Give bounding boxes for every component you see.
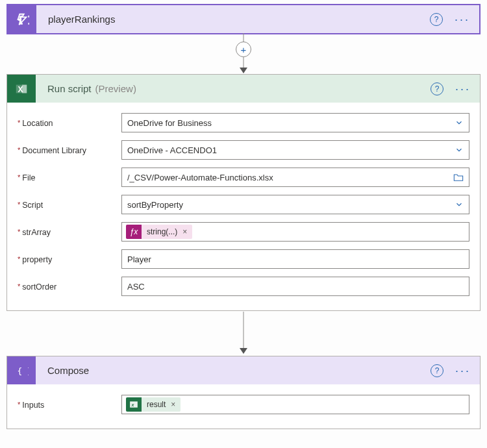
- card-body: *Location OneDrive for Business *Documen…: [7, 103, 480, 310]
- more-menu-icon[interactable]: ···: [455, 367, 471, 374]
- help-icon[interactable]: ?: [430, 13, 443, 26]
- flow-canvas: { } playerRankings ? ··· + X: [0, 0, 487, 448]
- fx-icon: ƒx: [126, 225, 142, 239]
- chevron-down-icon: [455, 118, 464, 127]
- data-operation-icon: { }: [8, 5, 36, 33]
- more-menu-icon[interactable]: ···: [455, 16, 470, 23]
- script-dropdown[interactable]: sortByProperty: [121, 195, 469, 214]
- card-header[interactable]: { } playerRankings ? ···: [8, 5, 479, 33]
- property-input[interactable]: Player: [121, 249, 469, 269]
- help-icon[interactable]: ?: [431, 82, 443, 95]
- more-menu-icon[interactable]: ···: [455, 86, 471, 92]
- label-location: *Location: [18, 118, 121, 128]
- strarray-input[interactable]: ƒx string(...) ×: [121, 222, 469, 242]
- card-header[interactable]: X Run script (Preview) ? ···: [7, 75, 480, 103]
- label-file: *File: [18, 172, 121, 182]
- label-strarray: *strArray: [18, 227, 121, 237]
- folder-icon[interactable]: [453, 173, 464, 182]
- document-library-dropdown[interactable]: OneDrive - ACCENDO1: [121, 140, 469, 160]
- chevron-down-icon: [455, 200, 464, 209]
- remove-token-icon[interactable]: ×: [181, 227, 192, 236]
- chevron-down-icon: [455, 145, 464, 155]
- add-step-button[interactable]: +: [236, 42, 251, 57]
- excel-icon: x: [126, 397, 142, 412]
- location-dropdown[interactable]: OneDrive for Business: [121, 113, 469, 132]
- label-sortorder: *sortOrder: [18, 281, 121, 292]
- label-property: *property: [18, 254, 121, 264]
- arrow-icon: [240, 348, 247, 354]
- label-script: *Script: [18, 199, 121, 210]
- expression-token[interactable]: ƒx string(...) ×: [126, 225, 192, 239]
- file-picker[interactable]: /_CSV/Power-Automate-Functions.xlsx: [121, 168, 469, 187]
- remove-token-icon[interactable]: ×: [169, 400, 181, 409]
- card-player-rankings[interactable]: { } playerRankings ? ···: [6, 4, 481, 34]
- svg-text:{ }: { }: [18, 14, 29, 24]
- card-title: Run script (Preview): [36, 83, 431, 94]
- card-title: Compose: [36, 365, 431, 376]
- inputs-field[interactable]: x result ×: [121, 395, 469, 414]
- data-operation-icon: { }: [7, 356, 36, 384]
- label-inputs: *Inputs: [18, 399, 121, 410]
- excel-icon: X: [7, 75, 36, 103]
- svg-text:{ }: { }: [18, 366, 29, 375]
- card-body: *Inputs x result ×: [7, 384, 480, 429]
- dynamic-content-token[interactable]: x result ×: [126, 397, 181, 412]
- card-compose: { } Compose ? ··· *Inputs: [6, 356, 481, 429]
- card-run-script: X Run script (Preview) ? ··· *Location O…: [6, 74, 481, 311]
- card-header[interactable]: { } Compose ? ···: [7, 356, 480, 384]
- svg-rect-3: [22, 84, 27, 93]
- arrow-icon: [240, 68, 247, 73]
- label-document-library: *Document Library: [18, 145, 121, 155]
- help-icon[interactable]: ?: [431, 364, 443, 377]
- card-title: playerRankings: [36, 14, 430, 25]
- sortorder-input[interactable]: ASC: [121, 277, 469, 296]
